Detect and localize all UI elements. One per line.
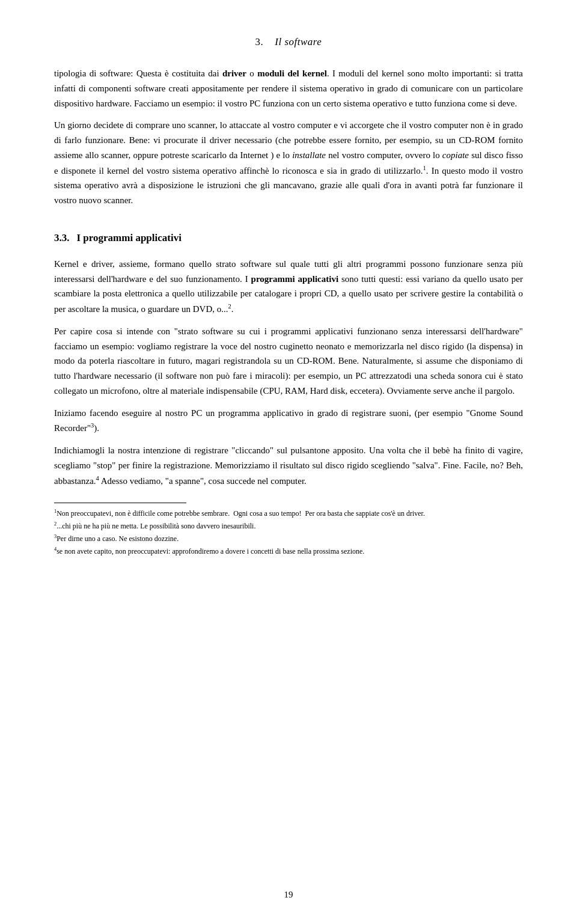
chapter-title: Il software — [275, 36, 322, 47]
paragraph-2: Un giorno decidete di comprare uno scann… — [54, 118, 523, 208]
footnotes: 1Non preoccupatevi, non è difficile come… — [54, 508, 523, 557]
footnote-4: 4se non avete capito, non preoccupatevi:… — [54, 546, 523, 557]
footnote-3: 3Per dirne uno a caso. Ne esistono dozzi… — [54, 533, 523, 544]
section-heading: 3.3. I programmi applicativi — [54, 230, 523, 246]
page: 3. Il software tipologia di software: Qu… — [0, 0, 577, 924]
main-content: tipologia di software: Questa è costitui… — [54, 66, 523, 488]
footnote-ref-1: 1 — [423, 165, 426, 171]
section-title: I programmi applicativi — [77, 230, 182, 246]
section-paragraph-3: Iniziamo facendo eseguire al nostro PC u… — [54, 406, 523, 436]
footnote-2: 2...chi più ne ha più ne metta. Le possi… — [54, 521, 523, 531]
page-number: 19 — [0, 890, 577, 900]
footnote-divider — [54, 503, 186, 503]
section-paragraph-4: Indichiamogli la nostra intenzione di re… — [54, 443, 523, 488]
footnote-1: 1Non preoccupatevi, non è difficile come… — [54, 508, 523, 519]
section-num: 3.3. — [54, 230, 70, 246]
page-header: 3. Il software — [54, 36, 523, 48]
footnote-ref-3: 3 — [91, 422, 94, 429]
section-paragraph-2: Per capire cosa si intende con "strato s… — [54, 324, 523, 399]
chapter-num: 3. — [255, 36, 264, 47]
intro-paragraph: tipologia di software: Questa è costitui… — [54, 66, 523, 111]
chapter-heading: 3. Il software — [54, 36, 523, 48]
section-paragraph-1: Kernel e driver, assieme, formano quello… — [54, 257, 523, 317]
footnote-ref-4: 4 — [96, 475, 99, 482]
footnote-ref-2: 2 — [228, 303, 231, 310]
